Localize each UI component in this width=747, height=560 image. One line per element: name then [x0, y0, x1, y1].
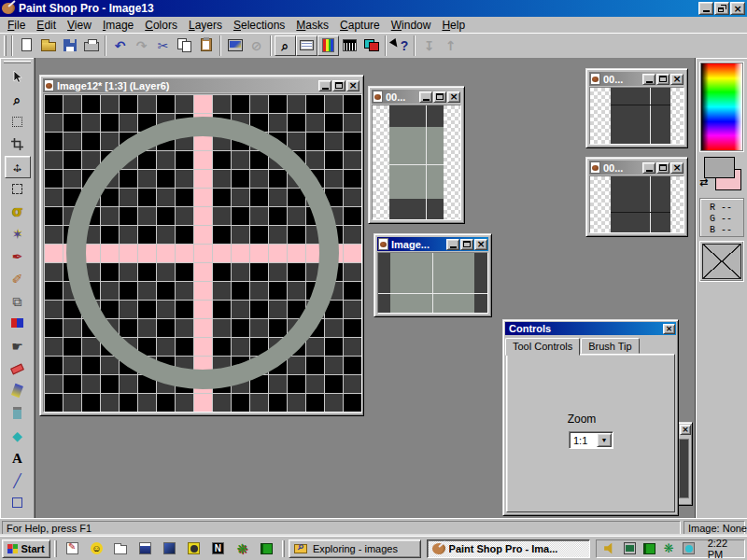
maximize-button[interactable]	[656, 74, 669, 85]
menu-capture[interactable]: Capture	[334, 18, 386, 33]
close-button[interactable]: ×	[474, 239, 487, 250]
tool-freehand[interactable]: σ	[5, 201, 31, 223]
image-window-thumb3[interactable]: 00... ×	[585, 157, 688, 237]
tool-selection[interactable]	[5, 178, 31, 201]
quick-launch-netscape-icon[interactable]: N	[210, 541, 226, 556]
quick-launch-picture-blue-icon[interactable]	[162, 541, 177, 556]
minimize-button[interactable]	[318, 80, 331, 91]
controls-titlebar[interactable]: Controls ×	[505, 322, 676, 335]
close-button[interactable]: ×	[730, 2, 745, 15]
thumb2-canvas[interactable]	[589, 87, 684, 145]
start-button[interactable]: Start	[2, 539, 50, 558]
tool-arrow[interactable]	[5, 66, 31, 89]
maximize-button[interactable]	[332, 80, 345, 91]
image-window-thumb2[interactable]: 00... ×	[585, 68, 688, 148]
image-window-main[interactable]: Image12* [1:3] (Layer6) ×	[39, 75, 364, 416]
tool-text[interactable]: A	[5, 447, 31, 469]
toolbar-button-arrow-down[interactable]: ↧	[418, 35, 440, 56]
maximize-button[interactable]	[656, 162, 669, 174]
menu-file[interactable]: File	[2, 18, 31, 33]
toolbar-button-layer-palette[interactable]	[360, 35, 382, 56]
toolbar-button-print[interactable]	[80, 35, 102, 56]
tab-brush-tip[interactable]: Brush Tip	[581, 338, 639, 354]
menu-selections[interactable]: Selections	[228, 18, 290, 33]
foreground-color-swatch[interactable]	[704, 157, 735, 178]
taskbar-grip[interactable]	[54, 540, 57, 557]
window-titlebar[interactable]: 00... ×	[372, 90, 461, 104]
quick-launch-smiley-icon[interactable]: ☺	[89, 541, 105, 556]
window-titlebar[interactable]: 00... ×	[589, 161, 684, 175]
image-window-active[interactable]: Image... ×	[374, 233, 492, 317]
quick-launch-notes-icon[interactable]: ✎	[64, 541, 80, 556]
tool-crop[interactable]	[5, 133, 31, 156]
chevron-down-icon[interactable]: ▼	[597, 433, 612, 447]
main-canvas[interactable]	[43, 93, 362, 413]
tray-book-icon[interactable]	[641, 541, 657, 556]
minimize-button[interactable]	[419, 91, 432, 103]
thumb1-canvas[interactable]	[372, 105, 461, 220]
task-button-explorer[interactable]: ⌕ Exploring - images	[289, 539, 421, 558]
maximize-button[interactable]	[433, 91, 446, 103]
tool-mover[interactable]	[5, 156, 31, 178]
tray-flower-icon[interactable]: ❋	[661, 541, 677, 556]
maximize-button[interactable]	[460, 239, 473, 250]
taskbar-grip[interactable]	[282, 540, 285, 557]
tool-line[interactable]: ╱	[5, 469, 31, 492]
menu-colors[interactable]: Colors	[139, 18, 183, 33]
toolbar-button-save[interactable]	[59, 35, 80, 56]
restore-button[interactable]	[714, 2, 729, 15]
task-button-psp[interactable]: Paint Shop Pro - Ima...	[427, 539, 590, 558]
tool-eraser[interactable]	[5, 357, 31, 380]
toolbar-button-context-help[interactable]: ?	[389, 35, 411, 56]
menu-edit[interactable]: Edit	[31, 18, 62, 33]
quick-launch-picture-navy-icon[interactable]	[137, 541, 153, 556]
toolbar-button-preview[interactable]	[224, 35, 246, 56]
menu-view[interactable]: View	[62, 18, 97, 33]
tool-paintbrush[interactable]: ✐	[5, 268, 31, 290]
menu-help[interactable]: Help	[436, 18, 471, 33]
quick-launch-pinwheel-icon[interactable]: ❋	[234, 541, 250, 556]
window-titlebar[interactable]: 00... ×	[589, 72, 684, 86]
toolbar-button-open[interactable]	[37, 35, 59, 56]
toolbar-button-arrow-up[interactable]: ↑	[440, 35, 461, 56]
palette-grip[interactable]	[4, 61, 31, 63]
tool-zoom[interactable]: ⌕	[5, 89, 31, 111]
toolbar-button-new[interactable]	[16, 35, 37, 56]
close-button[interactable]: ×	[670, 162, 684, 174]
window-titlebar[interactable]: Image... ×	[377, 237, 488, 251]
color-spectrum-picker[interactable]	[700, 63, 743, 151]
tool-retouch[interactable]: ☛	[5, 335, 31, 357]
tool-clone-brush[interactable]: ⧉	[5, 290, 31, 313]
tray-speaker-icon[interactable]	[602, 541, 618, 556]
close-button[interactable]: ×	[680, 425, 691, 435]
quick-launch-film-reel-icon[interactable]	[186, 541, 202, 556]
close-button[interactable]: ×	[663, 324, 675, 334]
toolbar-button-browse[interactable]: ⊘	[246, 35, 267, 56]
minimize-button[interactable]	[642, 162, 655, 174]
tool-shape[interactable]	[5, 492, 31, 514]
image-window-thumb1[interactable]: 00... ×	[368, 86, 465, 224]
toolbar-button-cut[interactable]: ✂	[152, 35, 174, 56]
toolbar-button-undo[interactable]: ↶	[109, 35, 131, 56]
tool-magic-wand[interactable]: ✶	[5, 223, 31, 245]
minimize-button[interactable]	[698, 2, 713, 15]
current-style-box[interactable]	[699, 241, 744, 282]
tool-dropper[interactable]: ✒	[5, 245, 31, 268]
controls-palette[interactable]: Controls × Tool Controls Brush Tip Zoom …	[502, 319, 679, 516]
close-button[interactable]: ×	[346, 80, 359, 91]
tool-color-replacer[interactable]	[5, 313, 31, 335]
toolbar-grip[interactable]	[4, 35, 7, 56]
quick-launch-book-icon[interactable]	[259, 541, 275, 556]
tray-display-icon[interactable]	[622, 541, 638, 556]
swap-colors-icon[interactable]: ⇄	[699, 177, 708, 188]
close-button[interactable]: ×	[670, 74, 684, 85]
tool-deformation[interactable]	[5, 111, 31, 133]
toolbar-button-redo[interactable]: ↷	[131, 35, 152, 56]
tab-tool-controls[interactable]: Tool Controls	[505, 338, 580, 356]
quick-launch-folder-icon[interactable]	[113, 541, 129, 556]
menu-layers[interactable]: Layers	[183, 18, 228, 33]
window-titlebar[interactable]: Image12* [1:3] (Layer6) ×	[43, 78, 360, 92]
toolbar-button-paste[interactable]	[195, 35, 217, 56]
minimize-button[interactable]	[642, 74, 655, 85]
tray-camera-icon[interactable]	[681, 541, 697, 556]
